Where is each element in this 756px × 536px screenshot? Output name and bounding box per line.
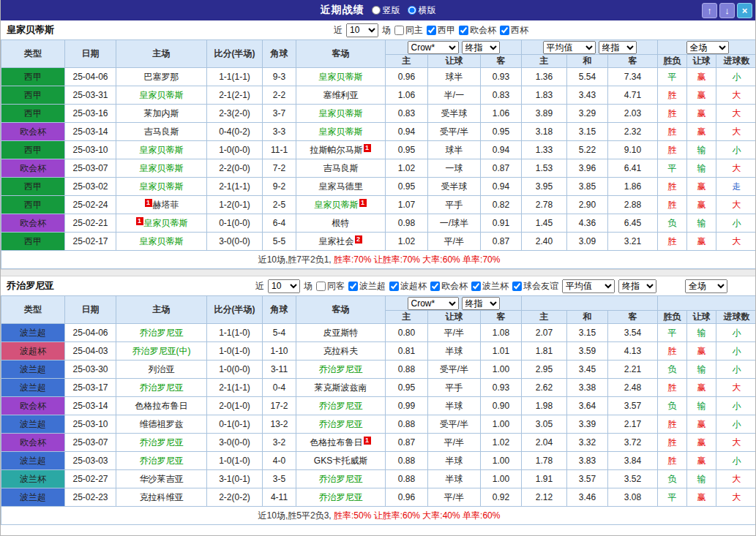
score-cell: 2-2(0-0) [207, 159, 263, 178]
asia-away-odds-cell: 0.92 [481, 488, 522, 507]
home-team-cell: 1赫塔菲 [116, 196, 207, 214]
column-header: 主场 [116, 296, 207, 324]
column-header: 让球 [687, 55, 716, 68]
home-team-name: 皇家贝蒂斯 [140, 181, 184, 192]
same-venue-filter-label: 同客 [327, 280, 345, 292]
euro-home-odds-cell: 3.05 [522, 415, 567, 434]
odds-kind-select[interactable]: 终指 [462, 41, 500, 54]
handicap-result-cell: 赢 [687, 196, 716, 214]
home-team-cell: 乔治罗尼亚 [116, 379, 207, 397]
score-cell: 1-0(0-0) [207, 361, 263, 379]
recent-count-select[interactable]: 10 [346, 23, 378, 37]
asia-handicap-cell: 半/一 [428, 86, 481, 105]
asia-away-odds-cell: 0.91 [481, 214, 522, 233]
matches-table: 类型日期主场比分(半场)角球客场Crow*终指平均值终指全场主让球客主和客胜负让… [1, 39, 756, 269]
team-sections: 皇家贝蒂斯近10场同主西甲欧会杯西杯类型日期主场比分(半场)角球客场Crow*终… [1, 20, 755, 525]
euro-home-odds-cell: 1.81 [522, 342, 567, 361]
league-filter-0[interactable]: 西甲 [427, 24, 455, 37]
league-filter-1[interactable]: 欧会杯 [459, 24, 496, 37]
euro-home-odds-cell: 3.18 [522, 123, 567, 141]
score-cell: 1-1(1-0) [207, 324, 263, 342]
league-filter-0[interactable]: 波兰超 [348, 280, 386, 292]
league-filter-2[interactable]: 欧会杯 [430, 280, 468, 292]
league-filter-4[interactable]: 球会友谊 [512, 280, 558, 292]
asia-handicap-cell: 一/球半 [428, 214, 481, 233]
league-filter-2-checkbox[interactable] [500, 26, 509, 35]
match-row: 波兰超25-03-30列治亚1-0(0-0)3-11乔治罗尼亚0.88受平/半1… [1, 361, 756, 379]
asia-handicap-cell: 平/半 [428, 488, 481, 507]
average-select[interactable]: 平均值 [562, 279, 615, 293]
home-team-name: 皇家贝蒂斯 [140, 145, 184, 155]
league-filter-3[interactable]: 波兰杯 [471, 280, 509, 292]
league-filter-1[interactable]: 波超杯 [389, 280, 427, 292]
close-icon[interactable]: × [737, 3, 752, 18]
column-header: 比分(半场) [207, 296, 263, 324]
home-team-name: 莱加内斯 [144, 108, 179, 118]
same-venue-filter-checkbox[interactable] [394, 26, 404, 35]
move-down-icon[interactable]: ↓ [719, 3, 735, 18]
same-venue-filter[interactable]: 同主 [394, 24, 423, 37]
average-kind-select[interactable]: 终指 [618, 279, 656, 293]
corners-cell: 5-5 [263, 233, 296, 251]
same-venue-filter-checkbox[interactable] [316, 282, 326, 291]
match-result-cell: 平 [658, 159, 687, 178]
scope-select[interactable]: 全场 [686, 41, 729, 54]
odds-kind-select[interactable]: 终指 [462, 297, 500, 310]
layout-horizontal-radio[interactable]: 横版 [408, 4, 436, 17]
league-filter-2[interactable]: 西杯 [500, 24, 528, 37]
handicap-result-cell: 输 [687, 159, 716, 178]
handicap-result-cell: 输 [687, 397, 716, 415]
handicap-result-cell: 输 [687, 141, 716, 159]
euro-draw-odds-cell: 3.15 [567, 123, 608, 141]
column-header: 日期 [65, 40, 116, 68]
move-up-icon[interactable]: ↑ [702, 3, 717, 18]
league-filter-1-checkbox[interactable] [459, 26, 468, 35]
average-select[interactable]: 平均值 [543, 41, 596, 54]
goals-result-cell: 大 [716, 233, 756, 251]
league-filter-4-checkbox[interactable] [512, 282, 522, 291]
asia-home-odds-cell: 0.88 [386, 415, 428, 434]
match-row: 欧会杯25-02-211皇家贝蒂斯0-1(0-0)6-4根特0.98一/球半0.… [1, 214, 756, 233]
match-result-cell: 平 [658, 68, 687, 86]
odds-source-select[interactable]: Crow* [408, 297, 459, 310]
away-team-cell: 皇家贝蒂斯 [296, 105, 386, 123]
column-header: 胜负 [658, 55, 687, 68]
home-team-cell: 皇家贝蒂斯 [116, 86, 207, 105]
goals-result-cell: 大 [716, 86, 756, 105]
league-filter-0-checkbox[interactable] [427, 26, 436, 35]
home-team-name: 皇家贝蒂斯 [140, 90, 184, 100]
scope-select[interactable]: 全场 [685, 279, 727, 293]
odds-source-select[interactable]: Crow* [408, 41, 459, 54]
league-filter-0-checkbox[interactable] [348, 282, 358, 291]
euro-draw-odds-cell: 4.36 [567, 214, 608, 233]
layout-vertical-radio[interactable]: 竖版 [372, 4, 400, 17]
layout-horizontal-radio-input[interactable] [408, 6, 416, 15]
euro-away-odds-cell: 9.10 [608, 141, 658, 159]
recent-count-select[interactable]: 10 [268, 279, 300, 293]
layout-vertical-radio-input[interactable] [372, 6, 381, 15]
league-filter-2-checkbox[interactable] [430, 282, 440, 291]
match-row: 西甲25-02-241赫塔菲1-2(0-1)2-5皇家贝蒂斯11.07平手0.8… [1, 196, 756, 214]
layout-vertical-label: 竖版 [383, 4, 400, 17]
league-filter-1-checkbox[interactable] [389, 282, 399, 291]
scope-header: 全场 [658, 40, 756, 55]
team-section-bar: 乔治罗尼亚近10场同客波兰超波超杯欧会杯波兰杯球会友谊平均值终指全场 [1, 276, 755, 295]
away-team-cell: 乔治罗尼亚 [296, 488, 386, 507]
match-result-cell: 胜 [658, 141, 687, 159]
same-venue-filter[interactable]: 同客 [316, 280, 345, 292]
asia-handicap-cell: 半球 [428, 397, 481, 415]
match-result-cell: 胜 [658, 452, 687, 470]
average-header: 平均值终指 [522, 40, 658, 55]
score-cell: 3-1(0-1) [207, 470, 263, 488]
league-filter-3-checkbox[interactable] [471, 282, 481, 291]
euro-away-odds-cell: 3.84 [608, 452, 658, 470]
asia-handicap-cell: 平手 [428, 379, 481, 397]
date-cell: 25-03-14 [65, 397, 116, 415]
league-filter-1-label: 欧会杯 [470, 24, 496, 37]
summary-text: 胜率:50% 让胜率:60% 大率:40% 单率:60% [334, 510, 500, 521]
away-team-cell: 根特 [296, 214, 386, 233]
corners-cell: 6-4 [263, 214, 296, 233]
column-header: 客 [481, 311, 522, 324]
average-kind-select[interactable]: 终指 [599, 41, 637, 54]
match-result-cell: 胜 [658, 415, 687, 434]
